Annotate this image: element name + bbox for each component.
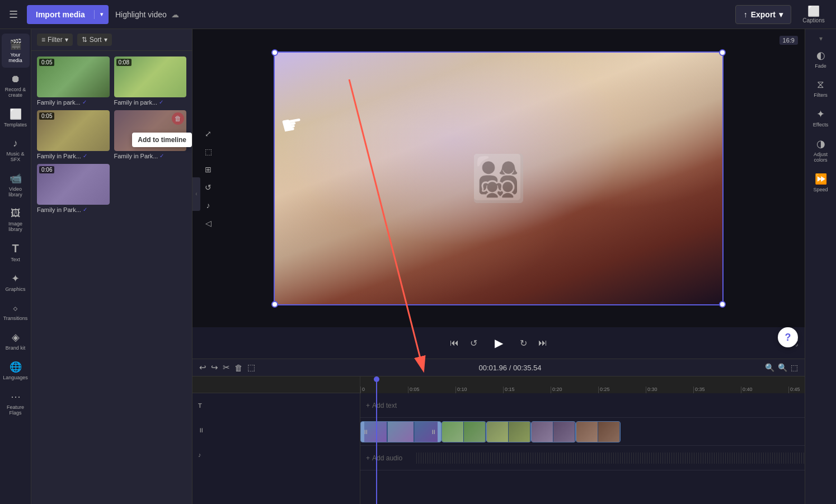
check-icon-2: ✓ (83, 153, 87, 159)
aspect-ratio-badge[interactable]: 16:9 (779, 36, 798, 45)
video-clip-4[interactable] (576, 421, 621, 442)
filter-button[interactable]: ≡ Filter ▾ (37, 34, 73, 46)
corner-handle-bl[interactable] (271, 301, 278, 308)
ruler-mark-1: 0:05 (408, 387, 455, 393)
video-clip-1[interactable] (442, 421, 486, 442)
sidebar-item-graphics[interactable]: ✦ Graphics (2, 268, 30, 296)
media-duration-2: 0:05 (39, 112, 54, 120)
sidebar-item-brand-kit[interactable]: ◈ Brand kit (2, 327, 30, 355)
detach-audio-button[interactable]: ◁ (200, 215, 216, 231)
media-item-1[interactable]: 0:08 Family in park... ✓ (114, 56, 187, 106)
clip-right-handle[interactable] (438, 422, 441, 442)
sidebar-item-feature-flags[interactable]: ⋯ Feature Flags (2, 386, 30, 420)
ruler-mark-3: 0:15 (503, 387, 551, 393)
corner-handle-tl[interactable] (271, 49, 278, 56)
corner-handle-br[interactable] (719, 301, 726, 308)
skip-to-start-button[interactable]: ⏮ (450, 338, 459, 348)
music-sfx-icon: ♪ (13, 138, 18, 149)
media-item-0[interactable]: 0:05 Family in park... ✓ (37, 56, 110, 106)
redo-button[interactable]: ↪ (211, 362, 218, 373)
graphics-icon: ✦ (11, 272, 20, 285)
clip-frame-5 (487, 422, 509, 442)
media-item-4[interactable]: 0:06 Family in Park... ✓ (37, 164, 110, 213)
cut-button[interactable]: ✂ (223, 362, 230, 373)
filters-icon: ⧖ (817, 79, 824, 91)
video-track-icon: ⏸ (198, 427, 204, 434)
music-sfx-label: Music & SFX (4, 151, 27, 162)
media-toolbar: ≡ Filter ▾ ⇅ Sort ▾ (31, 29, 192, 51)
clip-frame-8 (553, 422, 575, 442)
add-text-placeholder[interactable]: + Add text (360, 393, 805, 417)
audio-track-content[interactable]: + Add audio (360, 446, 805, 470)
media-item-2[interactable]: 0:05 Family in Park... ✓ (37, 110, 110, 159)
check-icon-4: ✓ (83, 206, 87, 213)
rewind-button[interactable]: ↺ (470, 338, 477, 348)
resize-tool-button[interactable]: ⬚ (200, 144, 216, 159)
sidebar-item-record-create[interactable]: ⏺ Record & create (2, 69, 30, 102)
help-button[interactable]: ? (778, 327, 798, 347)
crop-tool-button[interactable]: ⤢ (200, 126, 216, 142)
rotate-tool-button[interactable]: ↺ (200, 180, 216, 195)
speed-icon: ⏩ (815, 173, 827, 185)
your-media-label: Your media (4, 52, 27, 63)
timeline-toolbar: ↩ ↪ ✂ 🗑 ⬚ 00:01.96 / 00:35.54 🔍 🔍 ⬚ (192, 359, 805, 376)
video-clip-3[interactable] (531, 421, 576, 442)
panel-collapse-chevron[interactable]: ▾ (815, 34, 827, 44)
zoom-out-button[interactable]: 🔍 (765, 363, 774, 372)
fade-label: Fade (815, 63, 826, 69)
video-track-content[interactable]: ⏸ ⏸ (360, 418, 805, 445)
zoom-in-button[interactable]: 🔍 (778, 363, 787, 372)
sidebar-item-languages[interactable]: 🌐 Languages (2, 356, 30, 385)
sidebar-item-speed[interactable]: ⏩ Speed (807, 168, 835, 197)
sidebar-item-templates[interactable]: ⬜ Templates (2, 103, 30, 132)
text-track-icon: T (198, 402, 202, 409)
fast-forward-button[interactable]: ↻ (520, 338, 527, 348)
fit-timeline-button[interactable]: ⬚ (791, 363, 798, 372)
menu-icon[interactable]: ☰ (7, 6, 20, 23)
sidebar-item-adjust-colors[interactable]: ◑ Adjust colors (807, 133, 835, 167)
save-frame-button[interactable]: ⬚ (247, 362, 255, 373)
check-icon-1: ✓ (159, 99, 163, 105)
import-button[interactable]: Import media ▾ (27, 5, 109, 24)
text-label: Text (11, 257, 20, 262)
sidebar-item-text[interactable]: T Text (2, 238, 30, 267)
sidebar-item-image-library[interactable]: 🖼 Image library (2, 203, 30, 237)
video-clip-2[interactable] (486, 421, 531, 442)
track-labels: T ⏸ ♪ (192, 376, 360, 504)
playback-bar: ⏮ ↺ ▶ ↻ ⏭ ⛶ (192, 327, 805, 359)
text-track-content[interactable]: + Add text (360, 393, 805, 417)
video-clip-0[interactable]: ⏸ ⏸ (360, 421, 442, 442)
corner-handle-tr[interactable] (719, 49, 726, 56)
sort-button[interactable]: ⇅ Sort ▾ (77, 34, 112, 46)
panel-collapse-button[interactable]: ‹ (192, 177, 200, 211)
play-button[interactable]: ▶ (489, 333, 509, 353)
clip-frame-7 (532, 422, 553, 442)
sidebar-item-your-media[interactable]: 🎬 Your media (2, 34, 30, 68)
sidebar-item-video-library[interactable]: 📹 Video library (2, 168, 30, 202)
captions-panel[interactable]: ⬜ Captions (798, 5, 829, 23)
undo-button[interactable]: ↩ (199, 362, 206, 373)
sidebar-item-filters[interactable]: ⧖ Filters (807, 74, 835, 102)
media-label-3: Family in Park... ✓ (114, 153, 187, 159)
sidebar-item-music-sfx[interactable]: ♪ Music & SFX (2, 133, 30, 167)
import-dropdown-arrow[interactable]: ▾ (95, 11, 109, 17)
media-duration-0: 0:05 (39, 59, 54, 66)
feature-flags-icon: ⋯ (11, 390, 21, 403)
media-item-3[interactable]: 🗑 Add to timeline Family in Park... ✓ (114, 110, 187, 159)
fit-tool-button[interactable]: ⊞ (200, 162, 216, 177)
right-sidebar: ▾ ◐ Fade ⧖ Filters ✦ Effects ◑ Adjust co… (805, 29, 836, 504)
export-button[interactable]: ↑ Export ▾ (735, 5, 791, 24)
sidebar-item-effects[interactable]: ✦ Effects (807, 103, 835, 132)
delete-button[interactable]: 🗑 (234, 363, 243, 373)
media-duration-4: 0:06 (39, 166, 54, 173)
skip-to-end-button[interactable]: ⏭ (538, 338, 547, 348)
delete-overlay-icon[interactable]: 🗑 (172, 112, 184, 125)
export-button-label: Export (751, 10, 776, 19)
sidebar-item-transitions[interactable]: ⬦ Transitions (2, 298, 30, 326)
audio-tool-button[interactable]: ♪ (200, 197, 216, 213)
sidebar-item-fade[interactable]: ◐ Fade (807, 45, 835, 73)
fade-icon: ◐ (816, 49, 825, 62)
templates-icon: ⬜ (10, 108, 22, 120)
audio-waveform (416, 446, 805, 470)
ruler-mark-7: 0:35 (693, 387, 741, 393)
